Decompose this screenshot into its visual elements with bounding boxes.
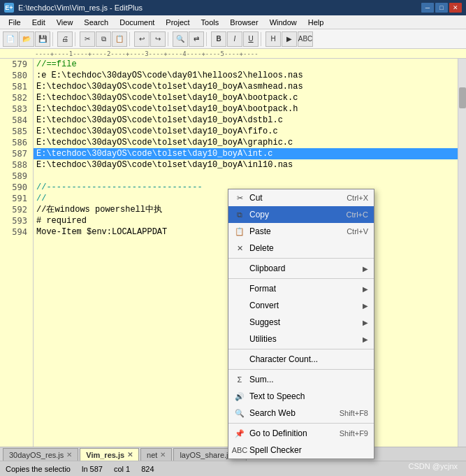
status-bar: Copies the selectio ln 587 col 1 824 — [0, 461, 466, 476]
context-menu-label: Search Web — [249, 408, 335, 418]
context-menu-icon: 📋 — [234, 226, 245, 237]
toolbar-sep-6 — [261, 32, 263, 46]
context-menu-item-utilities[interactable]: Utilities▶ — [228, 331, 374, 347]
code-line: E:\techdoc\30dayOS\code\tolset\day10_boy… — [34, 148, 458, 159]
toolbar-undo[interactable]: ↩ — [134, 31, 150, 47]
code-line: E:\techdoc\30dayOS\code\tolset\day10_boy… — [34, 115, 458, 126]
menu-item-edit[interactable]: Edit — [27, 17, 51, 28]
toolbar-i[interactable]: I — [227, 31, 242, 47]
context-menu-icon — [234, 333, 245, 345]
toolbar-replace[interactable]: ⇄ — [189, 31, 204, 47]
submenu-arrow-icon: ▶ — [363, 336, 368, 343]
minimize-button[interactable]: ─ — [421, 3, 434, 13]
context-menu-item-format[interactable]: Format▶ — [228, 280, 374, 297]
code-line: E:\techdoc\30dayOS\code\tolset\day10_boy… — [34, 126, 458, 137]
tab-net[interactable]: net✕ — [140, 448, 172, 461]
context-menu-separator — [228, 369, 374, 370]
context-menu-item-spell-checker[interactable]: ABCSpell Checker — [228, 442, 374, 459]
toolbar-redo[interactable]: ↪ — [150, 31, 166, 47]
context-menu-item-character-count---[interactable]: Character Count... — [228, 351, 374, 368]
line-number: 592 — [3, 204, 30, 215]
tab-30dayOS-res-js[interactable]: 30dayOS_res.js✕ — [3, 448, 78, 461]
toolbar-copy[interactable]: ⧉ — [96, 31, 111, 47]
tab-close-button[interactable]: ✕ — [160, 451, 166, 459]
maximize-button[interactable]: □ — [435, 3, 448, 13]
line-number: 594 — [3, 226, 30, 238]
line-number: 580 — [3, 70, 30, 81]
context-menu-label: Spell Checker — [249, 445, 368, 455]
context-menu-item-suggest[interactable]: Suggest▶ — [228, 314, 374, 331]
context-menu-icon — [234, 317, 245, 328]
context-menu-item-cut[interactable]: ✂CutCtrl+X — [228, 189, 374, 206]
code-line: E:\techdoc\30dayOS\code\tolset\day10_boy… — [34, 92, 458, 103]
toolbar-find[interactable]: 🔍 — [173, 31, 188, 47]
scrollbar-thumb[interactable] — [459, 87, 466, 108]
context-menu-item-go-to-definition[interactable]: 📌Go to DefinitionShift+F9 — [228, 425, 374, 442]
close-button[interactable]: ✕ — [449, 3, 462, 13]
menu-item-project[interactable]: Project — [160, 17, 195, 28]
context-menu-item-search-web[interactable]: 🔍Search WebShift+F8 — [228, 405, 374, 421]
line-number: 581 — [3, 81, 30, 92]
context-menu-icon: ✕ — [234, 243, 245, 254]
toolbar-print[interactable]: 🖨 — [57, 31, 73, 47]
status-col: col 1 — [114, 465, 130, 473]
toolbar: 📄 📂 💾 🖨 ✂ ⧉ 📋 ↩ ↪ 🔍 ⇄ B I U H ▶ ABC — [0, 29, 466, 49]
context-menu-icon — [234, 263, 245, 274]
line-number: 590 — [3, 182, 30, 193]
submenu-arrow-icon: ▶ — [363, 302, 368, 310]
context-menu-label: Convert — [249, 301, 358, 310]
app-icon: E+ — [4, 3, 14, 13]
toolbar-html[interactable]: H — [265, 31, 281, 47]
toolbar-cut[interactable]: ✂ — [80, 31, 95, 47]
title-bar: E+ E:\techdoc\Vim\Vim_res.js - EditPlus … — [0, 0, 466, 15]
context-menu-item-text-to-speech[interactable]: 🔊Text to Speech — [228, 388, 374, 405]
toolbar-preview[interactable]: ▶ — [282, 31, 297, 47]
menu-item-window[interactable]: Window — [264, 17, 303, 28]
toolbar-new[interactable]: 📄 — [3, 31, 18, 47]
line-number: 586 — [3, 137, 30, 148]
code-line: E:\techdoc\30dayOS\code\tolset\day10_boy… — [34, 103, 458, 115]
toolbar-save[interactable]: 💾 — [35, 31, 50, 47]
context-menu-item-sum---[interactable]: ΣSum... — [228, 371, 374, 388]
tab-label: layOS_share.js — [180, 451, 232, 459]
context-menu-icon: 🔍 — [234, 408, 245, 419]
tab-close-button[interactable]: ✕ — [127, 451, 133, 459]
toolbar-paste[interactable]: 📋 — [112, 31, 127, 47]
menu-item-view[interactable]: View — [51, 17, 79, 28]
menu-item-tools[interactable]: Tools — [196, 17, 225, 28]
line-number: 582 — [3, 92, 30, 103]
tab-close-button[interactable]: ✕ — [66, 451, 72, 459]
context-menu-label: Delete — [249, 243, 368, 253]
context-menu-label: Cut — [249, 193, 342, 203]
tab-Vim-res-js[interactable]: Vim_res.js✕ — [80, 448, 139, 461]
context-menu-item-paste[interactable]: 📋PasteCtrl+V — [228, 223, 374, 240]
toolbar-spellcheck[interactable]: ABC — [298, 31, 313, 47]
context-menu-separator — [228, 278, 374, 279]
line-number: 591 — [3, 193, 30, 204]
menu-item-search[interactable]: Search — [78, 17, 114, 28]
menu-item-help[interactable]: Help — [303, 17, 330, 28]
context-menu-icon: 📌 — [234, 428, 245, 439]
context-menu-label: Paste — [249, 226, 342, 236]
context-menu-item-clipboard[interactable]: Clipboard▶ — [228, 260, 374, 277]
toolbar-open[interactable]: 📂 — [19, 31, 34, 47]
toolbar-b[interactable]: B — [211, 31, 226, 47]
status-message: Copies the selectio — [6, 465, 71, 473]
menu-item-file[interactable]: File — [3, 17, 27, 28]
context-menu-shortcut: Shift+F8 — [340, 409, 368, 417]
menu-item-browser[interactable]: Browser — [224, 17, 263, 28]
context-menu-icon — [234, 354, 245, 365]
submenu-arrow-icon: ▶ — [363, 285, 368, 293]
context-menu-label: Format — [249, 284, 358, 294]
context-menu-item-copy[interactable]: ⧉CopyCtrl+C — [228, 206, 374, 223]
menu-item-document[interactable]: Document — [114, 17, 160, 28]
context-menu-icon: Σ — [234, 374, 245, 385]
context-menu-item-convert[interactable]: Convert▶ — [228, 297, 374, 314]
line-number: 579 — [3, 59, 30, 70]
vertical-scrollbar[interactable] — [458, 59, 466, 447]
context-menu-shortcut: Ctrl+C — [347, 210, 368, 219]
context-menu-item-delete[interactable]: ✕Delete — [228, 240, 374, 257]
line-number: 589 — [3, 171, 30, 182]
toolbar-u[interactable]: U — [243, 31, 259, 47]
context-menu-icon: ✂ — [234, 192, 245, 203]
